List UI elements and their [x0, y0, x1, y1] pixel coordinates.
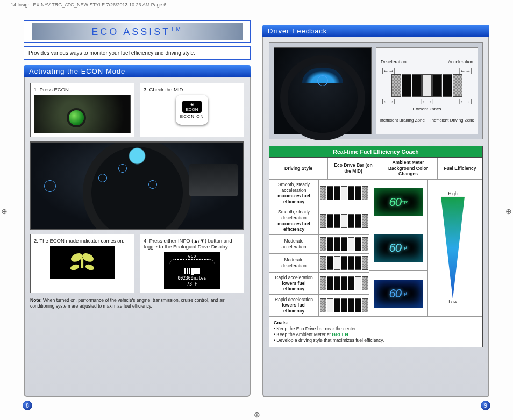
drive-bar-icon	[320, 256, 368, 270]
svg-point-4	[84, 264, 95, 272]
coach-table-header: Driving Style Eco Drive Bar (on the MID)…	[269, 158, 482, 180]
table-row: Rapid accelerationlowers fuel efficiency	[269, 273, 369, 295]
page-number-right: 9	[481, 401, 490, 410]
step-1: 1. Press ECON.	[30, 83, 134, 137]
step-3: 3. Check the MID. ❀ECON ECON ON	[140, 83, 244, 137]
coach-table-title: Real-time Fuel Efficiency Coach	[269, 146, 482, 158]
step-1-text: 1. Press ECON.	[34, 87, 131, 92]
table-row: Smooth, steady accelerationmaximizes fue…	[269, 180, 369, 208]
eff-low-label: Low	[448, 299, 457, 305]
crop-mark-left-icon: ⊕	[1, 207, 8, 216]
drive-bar-icon	[320, 276, 368, 290]
table-row: Smooth, steady decelerationmaximizes fue…	[269, 207, 369, 235]
step-4: 4. Press either INFO (▲/▼) button and to…	[140, 234, 244, 293]
econ-indicator-plant-icon	[50, 246, 115, 279]
callout-circle-icon	[317, 75, 328, 86]
eco-assist-title: ECO ASSISTTM	[91, 26, 183, 38]
step-3-text: 3. Check the MID.	[144, 87, 240, 92]
crop-mark-bottom-icon: ⊕	[254, 410, 260, 419]
feedback-illustration: Deceleration Acceleration |←→||←→| |←→||…	[269, 42, 483, 139]
step-4-text: 4. Press either INFO (▲/▼) button and to…	[144, 238, 240, 250]
feedback-dash-photo	[274, 47, 372, 134]
ambient-meter-blue-icon: 60mph	[374, 280, 423, 308]
right-page: Driver Feedback Deceleration Acceleratio…	[260, 10, 491, 397]
svg-point-3	[69, 264, 80, 272]
econ-button-icon	[69, 110, 84, 125]
table-row: Moderate acceleration	[269, 235, 369, 254]
efficient-zones-label: Efficient Zones	[379, 106, 475, 111]
page-number-left: 8	[23, 401, 32, 410]
econ-button-photo	[34, 95, 131, 133]
ambient-meter-teal-icon: 60mph	[374, 234, 423, 262]
mid-econ-on-icon: ❀ECON ECON ON	[176, 95, 208, 125]
col-fuel-eff: Fuel Efficiency	[438, 158, 482, 179]
intro-text: Provides various ways to monitor your fu…	[24, 46, 251, 60]
section-heading-feedback: Driver Feedback	[262, 25, 489, 37]
callout-circle-1-icon	[44, 180, 56, 192]
ineff-brake-label: Inefficient Braking Zone	[380, 118, 425, 123]
eff-high-label: High	[448, 191, 457, 197]
wheel-icon	[280, 55, 365, 140]
drive-bar-icon	[320, 237, 368, 251]
drive-bar-icon	[320, 298, 368, 312]
drive-bar-icon	[320, 186, 368, 200]
eco-drive-display-icon: eco 002300miles 73°F	[164, 252, 220, 289]
callout-circle-3-icon	[118, 164, 127, 173]
left-page: ECO ASSISTTM Provides various ways to mo…	[22, 10, 253, 397]
drive-bar-icon	[320, 214, 368, 228]
col-ambient-meter: Ambient Meter Background Color Changes	[379, 158, 438, 179]
econ-note: Note: When turned on, performance of the…	[30, 297, 244, 309]
efficiency-triangle-icon	[441, 197, 465, 299]
table-row: Moderate deceleration	[269, 254, 369, 273]
zones-diagram: Deceleration Acceleration |←→||←→| |←→||…	[376, 47, 478, 134]
decel-label: Deceleration	[381, 59, 407, 65]
step-2: 2. The ECON mode indicator comes on.	[30, 234, 134, 293]
feedback-panel: Deceleration Acceleration |←→||←→| |←→||…	[262, 37, 489, 397]
callout-circle-4-icon	[148, 180, 157, 189]
econ-panel: 1. Press ECON. 3. Check the MID. ❀ECON E…	[24, 77, 251, 397]
goals-box: Goals: • Keep the Eco Drive bar near the…	[269, 316, 482, 347]
col-eco-drive-bar: Eco Drive Bar (on the MID)	[328, 158, 379, 179]
steering-wheel-icon	[83, 141, 191, 230]
col-driving-style: Driving Style	[269, 158, 328, 179]
fuel-efficiency-gauge: High Low	[423, 180, 482, 316]
step-2-text: 2. The ECON mode indicator comes on.	[34, 238, 131, 244]
table-row: Rapid decelerationlowers fuel efficiency	[269, 295, 369, 316]
center-console-icon	[189, 164, 238, 196]
ineff-drive-label: Inefficient Driving Zone	[430, 118, 474, 123]
section-heading-econ: Activating the ECON Mode	[24, 65, 251, 77]
eco-assist-title-frame: ECO ASSISTTM	[24, 20, 251, 43]
dashboard-photo	[30, 141, 244, 230]
callout-circle-2-icon	[98, 174, 107, 182]
accel-label: Acceleration	[448, 59, 473, 65]
crop-mark-right-icon: ⊕	[505, 207, 512, 216]
ambient-meter-green-icon: 60mph	[374, 188, 423, 216]
coach-table: Real-time Fuel Efficiency Coach Driving …	[269, 146, 483, 347]
page-header: 14 Insight EX NAV TRG_ATG_NEW STYLE 7/26…	[0, 0, 513, 10]
zone-bar-icon	[379, 74, 475, 97]
svg-rect-2	[81, 258, 83, 268]
